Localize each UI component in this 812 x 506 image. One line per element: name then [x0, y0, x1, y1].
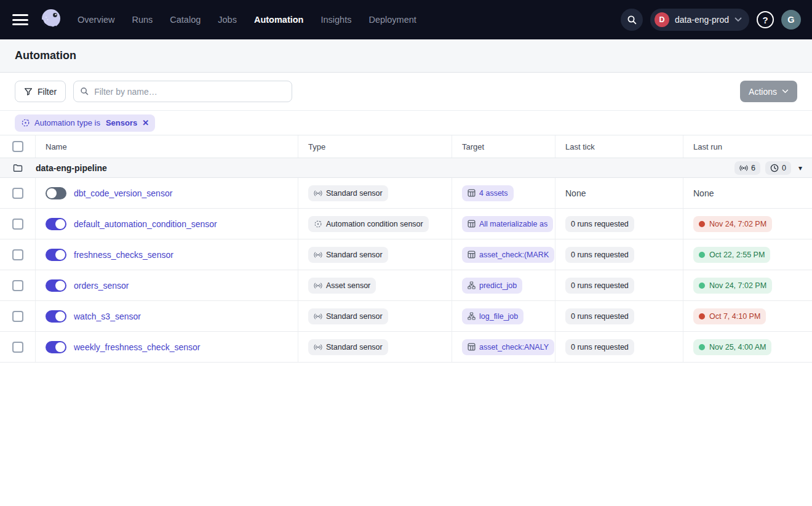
table-row: watch_s3_sensor Standard sensor log_file…: [0, 301, 812, 332]
sensor-count-badge: 6: [734, 161, 760, 175]
last-run-value: Nov 24, 7:02 PM: [709, 281, 766, 290]
last-tick-value: None: [565, 188, 586, 198]
job-icon: [468, 281, 476, 289]
last-tick-value: 0 runs requested: [571, 343, 629, 351]
last-run-value: None: [693, 188, 714, 198]
last-run-value: Nov 24, 7:02 PM: [709, 220, 766, 228]
filter-chip-automation-type[interactable]: Automation type is Sensors ✕: [15, 114, 155, 132]
asset-icon: [468, 251, 476, 259]
workspace-switcher[interactable]: D data-eng-prod: [650, 9, 749, 31]
actions-button[interactable]: Actions: [740, 81, 797, 102]
user-avatar[interactable]: G: [781, 10, 801, 30]
sensor-toggle[interactable]: [46, 218, 66, 230]
select-all-checkbox[interactable]: [12, 141, 23, 152]
sensor-name-link[interactable]: dbt_code_version_sensor: [74, 188, 172, 198]
sensor-type-badge: Standard sensor: [308, 247, 388, 263]
target-label: asset_check:ANALY: [479, 343, 549, 351]
sensor-type-label: Standard sensor: [326, 189, 383, 198]
dagster-logo-icon[interactable]: [38, 7, 64, 33]
sensor-toggle[interactable]: [46, 341, 66, 353]
target-badge[interactable]: predict_job: [462, 278, 522, 294]
column-header-name: Name: [36, 135, 298, 158]
help-icon[interactable]: ?: [757, 11, 774, 28]
target-label: 4 assets: [479, 189, 508, 198]
asset-icon: [468, 189, 476, 197]
collapse-group-caret-icon[interactable]: ▾: [798, 164, 802, 172]
filter-by-name-input[interactable]: [94, 87, 285, 97]
nav-item-jobs[interactable]: Jobs: [218, 15, 237, 25]
sensor-icon: [314, 313, 322, 320]
sensor-name-link[interactable]: watch_s3_sensor: [74, 311, 141, 321]
sensor-toggle[interactable]: [46, 249, 66, 261]
table-header: Name Type Target Last tick Last run: [0, 135, 812, 158]
chevron-down-icon: [734, 17, 742, 22]
sensor-icon: [314, 343, 322, 351]
menu-icon[interactable]: [12, 14, 28, 25]
column-header-last-tick: Last tick: [555, 135, 683, 158]
funnel-icon: [24, 87, 33, 96]
run-status-dot: [699, 313, 705, 319]
code-location-group-row[interactable]: data-eng-pipeline 6 0 ▾: [0, 158, 812, 178]
page-title: Automation: [15, 49, 76, 62]
sensor-name-link[interactable]: default_automation_condition_sensor: [74, 219, 217, 229]
nav-item-overview[interactable]: Overview: [78, 15, 114, 25]
sensor-toggle[interactable]: [46, 279, 66, 292]
nav-item-insights[interactable]: Insights: [320, 15, 351, 25]
close-icon[interactable]: ✕: [142, 118, 149, 127]
last-run-badge[interactable]: Oct 22, 2:55 PM: [693, 247, 770, 263]
sensor-icon: [739, 164, 748, 172]
sensor-icon: [314, 190, 322, 197]
row-checkbox[interactable]: [12, 219, 23, 230]
nav-item-deployment[interactable]: Deployment: [368, 15, 416, 25]
nav-item-catalog[interactable]: Catalog: [170, 15, 201, 25]
row-checkbox[interactable]: [12, 342, 23, 353]
last-run-value: Nov 25, 4:00 AM: [709, 343, 766, 351]
sensor-name-link[interactable]: orders_sensor: [74, 281, 129, 291]
schedule-count: 0: [782, 164, 786, 172]
asset-icon: [468, 220, 476, 228]
row-checkbox[interactable]: [12, 311, 23, 322]
global-search-button[interactable]: [621, 9, 643, 31]
run-status-dot: [699, 283, 705, 289]
table-row: default_automation_condition_sensor Auto…: [0, 209, 812, 239]
name-search-box: [73, 81, 292, 102]
target-badge[interactable]: All materializable as: [462, 216, 553, 232]
row-checkbox[interactable]: [12, 280, 23, 291]
folder-icon: [13, 164, 23, 172]
column-header-target: Target: [452, 135, 555, 158]
target-badge[interactable]: 4 assets: [462, 185, 514, 201]
last-run-badge[interactable]: Nov 24, 7:02 PM: [693, 216, 772, 232]
sensor-name-link[interactable]: weekly_freshness_check_sensor: [74, 342, 200, 352]
target-badge[interactable]: log_file_job: [462, 308, 523, 324]
sensor-type-badge: Automation condition sensor: [308, 216, 429, 232]
main-nav: Overview Runs Catalog Jobs Automation In…: [78, 15, 416, 25]
filter-button-label: Filter: [38, 87, 57, 97]
run-status-dot: [699, 221, 705, 227]
row-checkbox[interactable]: [12, 249, 23, 260]
automation-condition-icon: [314, 220, 322, 228]
last-run-badge[interactable]: Nov 24, 7:02 PM: [693, 278, 772, 294]
sensor-icon: [314, 282, 322, 289]
sensor-type-label: Asset sensor: [326, 281, 370, 290]
row-checkbox[interactable]: [12, 188, 23, 199]
last-tick-badge: 0 runs requested: [565, 247, 634, 263]
nav-item-runs[interactable]: Runs: [132, 15, 153, 25]
filter-button[interactable]: Filter: [15, 81, 66, 102]
nav-item-automation[interactable]: Automation: [254, 15, 304, 25]
active-filters-row: Automation type is Sensors ✕: [0, 111, 812, 135]
job-icon: [468, 312, 476, 320]
sensor-type-badge: Standard sensor: [308, 185, 388, 201]
code-location-name: data-eng-pipeline: [36, 163, 107, 173]
table-row: dbt_code_version_sensor Standard sensor …: [0, 178, 812, 209]
last-run-badge[interactable]: Nov 25, 4:00 AM: [693, 339, 771, 355]
sensor-count: 6: [751, 164, 755, 172]
sensor-toggle[interactable]: [46, 187, 66, 199]
sensor-type-badge: Standard sensor: [308, 308, 388, 324]
target-badge[interactable]: asset_check:ANALY: [462, 339, 554, 355]
target-badge[interactable]: asset_check:(MARK: [462, 247, 554, 263]
target-label: predict_job: [479, 281, 517, 290]
last-run-badge[interactable]: Oct 7, 4:10 PM: [693, 308, 766, 324]
search-icon: [80, 87, 89, 96]
sensor-name-link[interactable]: freshness_checks_sensor: [74, 250, 173, 260]
sensor-toggle[interactable]: [46, 310, 66, 323]
